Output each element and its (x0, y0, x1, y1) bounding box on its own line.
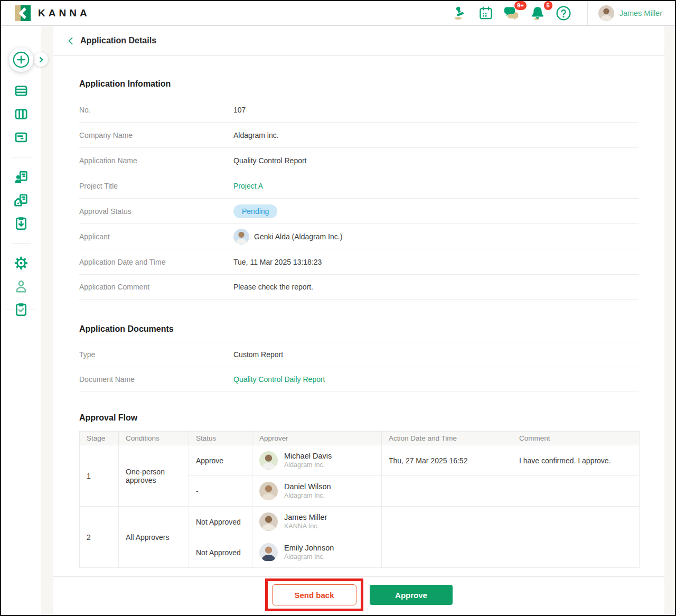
home-document-icon (14, 193, 29, 208)
sidebar-divider (12, 157, 31, 157)
clipboard-check-icon (14, 302, 29, 317)
card-icon (14, 130, 29, 145)
approver-name: Emily Johnson (284, 543, 334, 553)
rows-icon (14, 83, 29, 98)
page-header: Application Details (53, 26, 664, 56)
row-label: Project Title (79, 182, 233, 190)
notifications-badge: 5 (544, 1, 552, 10)
document-row-type: Type Custom Report (79, 342, 639, 367)
info-row-project-title: Project Title Project A (79, 173, 639, 198)
user-name: James Miller (619, 9, 662, 17)
conditions-cell: One-person approves (119, 445, 189, 507)
footer-actions: Send back Approve (53, 576, 664, 613)
row-value: Tue, 11 Mar 2025 13:18:23 (233, 258, 322, 266)
approver-company: Aldagram Inc. (284, 491, 331, 500)
row-label: Application Date and Time (79, 258, 233, 266)
row-label: Type (79, 350, 233, 359)
status-badge: Pending (233, 204, 277, 218)
add-icon (13, 51, 30, 68)
info-row-company-name: Company Name Aldagram inc. (79, 122, 639, 147)
approver-name: James Miller (284, 512, 327, 522)
col-approver: Approver (252, 432, 382, 445)
annotation-highlight: Send back (265, 578, 363, 611)
sidebar-item-import[interactable] (14, 216, 29, 231)
add-button[interactable] (9, 48, 33, 72)
sidebar-item-approvals[interactable] (14, 302, 29, 317)
col-comment: Comment (512, 432, 640, 445)
gear-icon (14, 256, 29, 270)
applicant-avatar (233, 229, 249, 245)
help-icon[interactable] (555, 5, 572, 22)
sidebar-item-settings[interactable] (14, 256, 29, 270)
info-row-application-comment: Application Comment Please check the rep… (79, 274, 639, 300)
project-link[interactable]: Project A (233, 182, 263, 190)
approver-company: Aldagram Inc. (284, 461, 332, 469)
user-avatar (598, 5, 614, 21)
back-button[interactable] (68, 37, 73, 45)
sidebar-item-list[interactable] (14, 83, 29, 98)
bell-icon[interactable]: 5 (529, 5, 546, 22)
brand-name: KANNA (38, 7, 90, 19)
send-back-button[interactable]: Send back (272, 584, 356, 605)
app-body: Application Details Application Infomati… (1, 26, 675, 615)
row-value: Custom Report (233, 350, 283, 359)
main-panel: Application Details Application Infomati… (53, 26, 664, 615)
action-date-cell: Thu, 27 Mar 2025 16:52 (382, 445, 512, 476)
status-cell: - (189, 476, 252, 507)
approve-button[interactable]: Approve (370, 585, 453, 605)
approver-cell: Daniel Wilson Aldagram Inc. (252, 476, 382, 507)
action-date-cell (382, 476, 512, 507)
row-label: Application Comment (79, 283, 233, 291)
stamp-icon[interactable] (452, 5, 468, 22)
info-row-no: No. 107 (79, 97, 639, 122)
comment-cell (512, 507, 640, 537)
approver-avatar (259, 451, 278, 470)
top-bar: KANNA (1, 1, 675, 26)
sidebar-item-board[interactable] (14, 107, 29, 122)
status-cell: Not Approved (189, 537, 252, 568)
sidebar (1, 26, 41, 615)
approver-name: Daniel Wilson (284, 482, 331, 491)
clipboard-download-icon (14, 216, 29, 231)
sidebar-item-projects[interactable] (14, 193, 29, 208)
action-date-cell (382, 537, 512, 568)
row-value: Quality Control Report (233, 156, 307, 165)
info-row-application-name: Application Name Quality Control Report (79, 147, 639, 173)
document-link[interactable]: Quality Control Daily Report (233, 375, 325, 384)
col-action-date: Action Date and Time (382, 432, 512, 445)
kanna-logo-icon[interactable] (15, 5, 31, 21)
back-icon (68, 37, 73, 45)
section-title-application-documents: Application Documents (79, 324, 639, 334)
sidebar-expand-button[interactable] (34, 52, 48, 67)
comment-cell: I have confirmed. I approve. (512, 445, 640, 476)
approver-avatar (259, 543, 278, 562)
info-row-applicant: Applicant Genki Alda (Aldagram Inc.) (79, 223, 639, 249)
approval-flow-table: Stage Conditions Status Approver Action … (79, 431, 640, 568)
person-icon (14, 279, 29, 294)
user-menu[interactable]: James Miller (588, 5, 675, 21)
status-cell: Approve (189, 445, 252, 476)
row-label: No. (79, 106, 233, 114)
col-stage: Stage (80, 432, 119, 445)
row-value: 107 (233, 106, 246, 114)
row-label: Application Name (79, 156, 233, 165)
row-value: Please check the report. (233, 283, 313, 291)
approver-company: KANNA Inc. (284, 522, 327, 530)
columns-icon (14, 107, 29, 122)
sidebar-item-report[interactable] (14, 130, 29, 145)
table-row: 1 One-person approves Approve Michael Da… (80, 445, 640, 476)
approver-company: Aldagram Inc. (284, 553, 334, 561)
approver-name: Michael Davis (284, 451, 332, 461)
sidebar-item-members[interactable] (14, 170, 29, 184)
page-title: Application Details (80, 36, 156, 45)
row-label: Applicant (79, 232, 233, 241)
sidebar-divider (12, 243, 31, 244)
calendar-icon[interactable] (477, 5, 494, 22)
chat-icon[interactable]: 9+ (503, 5, 520, 22)
row-label: Document Name (79, 375, 233, 384)
document-row-name: Document Name Quality Control Daily Repo… (79, 367, 639, 391)
approver-cell: James Miller KANNA Inc. (252, 507, 382, 537)
approver-avatar (259, 482, 278, 500)
action-date-cell (382, 507, 512, 537)
sidebar-item-account[interactable] (14, 279, 29, 294)
